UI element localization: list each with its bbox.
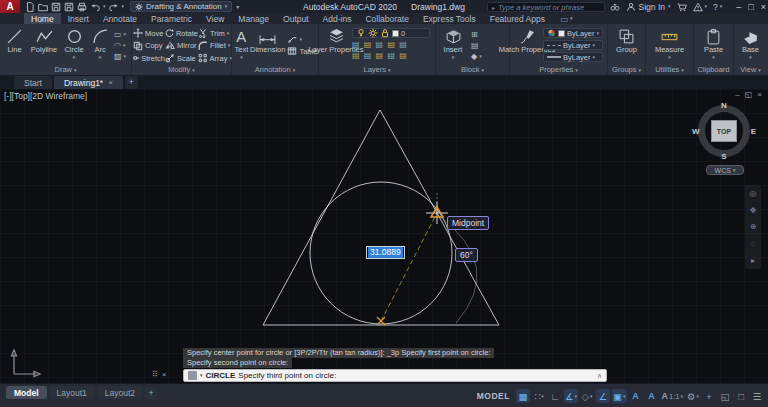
panel-label-utilities[interactable]: Utilities▾ bbox=[646, 65, 693, 75]
layer-properties-button[interactable]: Layer Properties bbox=[320, 26, 352, 64]
hatch-flyout-button[interactable]: ▨▾ bbox=[114, 52, 126, 61]
trim-button[interactable]: Trim▾ bbox=[198, 28, 232, 38]
base-button[interactable]: Base ▾ bbox=[736, 26, 766, 64]
clean-screen-button[interactable]: □ bbox=[734, 389, 748, 403]
move-button[interactable]: Move bbox=[133, 28, 165, 38]
app-store-cart-icon[interactable] bbox=[677, 2, 687, 12]
command-input-bar[interactable]: ▾ CIRCLE Specify third point on circle: … bbox=[183, 369, 607, 382]
help-search-field[interactable]: ▸ Type a keyword or phrase bbox=[487, 2, 605, 12]
scale-button[interactable]: Scale bbox=[165, 53, 198, 63]
ellipse-flyout-button[interactable]: ◠▾ bbox=[114, 41, 126, 50]
tab-featured-apps[interactable]: Featured Apps bbox=[483, 13, 552, 24]
leader-button[interactable]: ▾ bbox=[287, 34, 317, 44]
maximize-button[interactable]: □ bbox=[748, 2, 753, 12]
viewcube-top-face[interactable]: TOP bbox=[711, 120, 737, 142]
tab-insert[interactable]: Insert bbox=[61, 13, 96, 24]
viewport-controls-label[interactable]: [-][Top][2D Wireframe] bbox=[4, 91, 87, 101]
circle-button[interactable]: Circle ▾ bbox=[60, 26, 88, 64]
polyline-button[interactable]: Polyline bbox=[28, 26, 60, 64]
viewcube-south[interactable]: S bbox=[721, 152, 726, 161]
tab-parametric[interactable]: Parametric bbox=[144, 13, 199, 24]
tab-add-ins[interactable]: Add-ins bbox=[316, 13, 359, 24]
tab-annotate[interactable]: Annotate bbox=[96, 13, 144, 24]
object-snap-tracking-toggle[interactable]: ∠ bbox=[596, 389, 610, 403]
create-block-button[interactable]: ⊞ bbox=[471, 30, 482, 39]
isolate-objects-button[interactable]: ◱ bbox=[718, 389, 732, 403]
vp-close-icon[interactable]: × bbox=[757, 90, 762, 99]
panel-label-properties[interactable]: Properties▾ bbox=[510, 65, 607, 75]
tab-view[interactable]: View bbox=[199, 13, 231, 24]
new-layout-button[interactable]: + bbox=[145, 387, 157, 399]
panel-label-block[interactable]: Block▾ bbox=[436, 65, 509, 75]
panel-label-layers[interactable]: Layers▾ bbox=[319, 65, 435, 75]
drawing-canvas[interactable]: [-][Top][2D Wireframe] – ◱ × N S W E TOP… bbox=[0, 89, 768, 383]
stretch-button[interactable]: Stretch bbox=[133, 53, 165, 63]
sign-in-button[interactable]: Sign In ▾ bbox=[626, 2, 671, 12]
paste-button[interactable]: Paste ▾ bbox=[696, 26, 732, 64]
navigation-bar[interactable]: ◎ ✥ ⊕ ◌ ▸ bbox=[745, 185, 761, 269]
tab-layout1[interactable]: Layout1 bbox=[49, 386, 95, 399]
wcs-dropdown[interactable]: WCS ▾ bbox=[706, 165, 744, 175]
command-caret-icon[interactable]: ▾ bbox=[200, 373, 203, 378]
viewcube-east[interactable]: E bbox=[751, 127, 756, 136]
redo-caret-icon[interactable]: ▾ bbox=[122, 4, 125, 9]
model-space-label[interactable]: MODEL bbox=[477, 391, 510, 401]
tab-model[interactable]: Model bbox=[6, 386, 47, 399]
minimize-button[interactable]: – bbox=[736, 2, 741, 12]
tab-express-tools[interactable]: Express Tools bbox=[416, 13, 483, 24]
ribbon-display-toggle[interactable]: ▭ ▾ bbox=[560, 13, 573, 24]
save-icon[interactable] bbox=[51, 2, 61, 12]
arc-button[interactable]: Arc ▾ bbox=[88, 26, 112, 64]
steering-wheel-icon[interactable]: ◎ bbox=[750, 189, 757, 198]
qat-customize-caret-icon[interactable]: ▾ bbox=[236, 4, 239, 10]
plot-icon[interactable] bbox=[77, 2, 87, 12]
panel-label-annotation[interactable]: Annotation▾ bbox=[232, 65, 318, 75]
object-snap-toggle[interactable]: ▣▾ bbox=[612, 389, 627, 403]
viewcube[interactable]: N S W E TOP bbox=[698, 105, 750, 157]
help-button[interactable]: ? ▾ bbox=[713, 2, 722, 12]
new-tab-button[interactable]: + bbox=[125, 76, 138, 89]
linetype-dropdown[interactable]: ByLayer ▾ bbox=[543, 40, 603, 50]
group-button[interactable]: Group bbox=[610, 26, 644, 64]
file-tab-drawing1[interactable]: Drawing1* × bbox=[54, 76, 123, 89]
match-properties-button[interactable]: Match Properties bbox=[511, 26, 543, 64]
file-tab-start[interactable]: Start bbox=[14, 76, 52, 89]
recent-commands-icon[interactable]: ∧ bbox=[597, 372, 602, 380]
annotation-monitor-button[interactable]: + bbox=[702, 389, 716, 403]
line-button[interactable]: Line bbox=[1, 26, 28, 64]
pan-icon[interactable]: ✥ bbox=[750, 206, 757, 215]
layer-tools-row-1[interactable]: ▤ ▤ ▤ ▤ ▤ bbox=[352, 40, 430, 49]
insert-button[interactable]: Insert ▾ bbox=[437, 26, 469, 64]
zoom-icon[interactable]: ⊕ bbox=[750, 222, 757, 231]
mirror-button[interactable]: Mirror bbox=[165, 41, 198, 51]
fillet-button[interactable]: Fillet▾ bbox=[198, 41, 232, 51]
array-button[interactable]: Array▾ bbox=[198, 53, 232, 63]
snap-mode-toggle[interactable]: ∷▾ bbox=[532, 389, 546, 403]
annotation-autoscale-toggle[interactable]: A bbox=[645, 389, 659, 403]
layer-dropdown[interactable]: 0 bbox=[352, 28, 430, 38]
lineweight-dropdown[interactable]: ByLayer ▾ bbox=[543, 52, 603, 62]
panel-label-groups[interactable]: Groups▾ bbox=[608, 65, 645, 75]
panel-label-modify[interactable]: Modify▾ bbox=[132, 65, 231, 75]
annotation-scale-button[interactable]: A1:1▾ bbox=[661, 389, 684, 403]
panel-label-clipboard[interactable]: Clipboard bbox=[694, 65, 733, 75]
viewcube-north[interactable]: N bbox=[721, 101, 727, 110]
panel-label-view[interactable]: View▾ bbox=[734, 65, 767, 75]
tab-output[interactable]: Output bbox=[276, 13, 316, 24]
dynamic-input-field[interactable]: 31.0889 bbox=[366, 246, 405, 259]
tab-collaborate[interactable]: Collaborate bbox=[358, 13, 415, 24]
polar-tracking-toggle[interactable]: ∡▾ bbox=[564, 389, 578, 403]
workspace-dropdown[interactable]: Drafting & Annotation ▾ bbox=[130, 1, 232, 12]
orbit-icon[interactable]: ◌ bbox=[751, 239, 756, 248]
command-palette-grip[interactable]: ⠿ × bbox=[152, 370, 167, 379]
command-close-icon[interactable]: × bbox=[162, 370, 167, 379]
dimension-button[interactable]: Dimension bbox=[250, 26, 285, 64]
layer-tools-row-2[interactable]: ▤ ▤ ▤ ▤ ▤ bbox=[352, 51, 430, 60]
close-tab-icon[interactable]: × bbox=[108, 78, 113, 87]
new-file-icon[interactable] bbox=[25, 2, 35, 12]
viewcube-west[interactable]: W bbox=[692, 127, 700, 136]
tab-layout2[interactable]: Layout2 bbox=[97, 386, 143, 399]
showmotion-icon[interactable]: ▸ bbox=[751, 256, 755, 265]
undo-caret-icon[interactable]: ▾ bbox=[103, 4, 106, 9]
tab-manage[interactable]: Manage bbox=[231, 13, 276, 24]
